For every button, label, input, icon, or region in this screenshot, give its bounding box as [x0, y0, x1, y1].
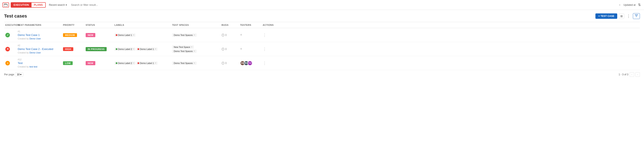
next-page-button[interactable]: › — [635, 72, 640, 77]
bug-icon — [222, 34, 224, 37]
col-bugs: BUGS — [220, 24, 239, 26]
case-id: #1 — [18, 30, 20, 33]
case-name[interactable]: Demo Test Case 2 - Executed — [18, 47, 53, 51]
page-content: Test cases + TEST CASE ⊞ ⋮ EXECUTION TES… — [0, 10, 644, 82]
more-options-button[interactable]: ⋮ — [626, 14, 631, 18]
label-remove-icon[interactable]: × — [133, 62, 134, 64]
bug-count: 0 — [225, 34, 227, 37]
row-actions-button[interactable]: ⋮ — [263, 33, 266, 37]
case-name[interactable]: Test — [18, 61, 23, 65]
per-page-dropdown[interactable]: 10 ▾ — [15, 72, 23, 76]
clear-icon[interactable]: × — [618, 3, 622, 7]
cell-testers: + — [239, 33, 262, 37]
case-creator: Created by Demo User — [18, 51, 41, 54]
cell-execution: II — [4, 61, 16, 65]
cell-actions: ⋮ — [262, 47, 278, 51]
cell-test-spaces: New Test Space × Demo Test Spaces × — [171, 45, 220, 53]
case-creator: Created by test test — [18, 65, 37, 68]
space-chip: Demo Test Spaces × — [172, 61, 196, 65]
recent-search-label: Recent search — [49, 4, 65, 7]
page-header: Test cases + TEST CASE ⊞ ⋮ — [4, 13, 640, 19]
dropdown-arrow-icon: ▾ — [20, 73, 22, 76]
label-remove-icon[interactable]: × — [133, 48, 134, 50]
space-chip: New Test Space × — [172, 45, 194, 49]
space-remove-icon[interactable]: × — [194, 34, 195, 36]
space-name: Demo Test Spaces — [174, 50, 193, 52]
col-test-parameters: TEST PARAMETERS — [16, 24, 62, 26]
cell-bugs: 0 — [220, 34, 239, 37]
case-plan-tabs: EXECUTION PLANS — [11, 2, 46, 8]
label-chip: Demo Label 1 × — [114, 33, 136, 37]
space-remove-icon[interactable]: × — [194, 50, 195, 52]
cell-execution: ✓ — [4, 33, 16, 37]
table-header: EXECUTION TEST PARAMETERS PRIORITY STATU… — [4, 22, 640, 28]
cell-status: IN PROGRESS — [84, 47, 113, 51]
sort-icon[interactable]: ⇅ — [637, 3, 642, 7]
row-actions-button[interactable]: ⋮ — [263, 47, 266, 51]
add-tester-button[interactable]: + — [240, 33, 242, 37]
cell-actions: ⋮ — [262, 33, 278, 37]
label-text: Demo Label 1 — [140, 48, 154, 50]
label-remove-icon[interactable]: × — [155, 62, 156, 64]
add-tester-button[interactable]: + — [240, 47, 242, 51]
table-row: II #12 Test Created by test test LOW NEW… — [4, 56, 640, 70]
cell-priority: MEDIUM — [62, 33, 84, 37]
cell-test-params: #1 Demo Test Case 1 Created by Demo User — [16, 30, 62, 40]
label-text: Demo Label 1 — [140, 62, 154, 64]
space-remove-icon[interactable]: × — [191, 46, 192, 48]
svg-point-12 — [223, 64, 223, 64]
bug-icon — [222, 48, 224, 51]
label-chip: Demo Label 2 × — [114, 47, 136, 51]
page-title: Test cases — [4, 14, 27, 19]
label-text: Demo Label 2 — [118, 62, 132, 64]
view-toggle-button[interactable]: ⊞ — [619, 14, 624, 19]
cell-priority: LOW — [62, 61, 84, 65]
space-chip: Demo Test Spaces × — [172, 50, 196, 53]
cell-status: NEW — [84, 33, 113, 37]
tab-cases[interactable]: EXECUTION — [11, 3, 32, 7]
case-id: #12 — [18, 58, 22, 61]
priority-badge: HIGH — [63, 47, 73, 51]
cell-labels: Demo Label 1 × — [113, 33, 171, 37]
case-id: #2 — [18, 44, 20, 47]
priority-badge: MEDIUM — [63, 33, 77, 37]
table-footer: Per page 10 ▾ 1 - 3 of 3 ‹ › — [4, 70, 640, 79]
priority-badge: LOW — [63, 61, 73, 65]
recent-search-button[interactable]: Recent search ▾ — [47, 3, 68, 7]
test-cases-table: EXECUTION TEST PARAMETERS PRIORITY STATU… — [4, 22, 640, 70]
search-input[interactable] — [70, 3, 616, 7]
tab-plans[interactable]: PLANS — [32, 3, 45, 7]
cell-priority: HIGH — [62, 47, 84, 51]
svg-point-9 — [223, 50, 223, 50]
svg-point-6 — [223, 36, 223, 36]
space-remove-icon[interactable]: × — [194, 62, 195, 64]
avatar: CU — [248, 61, 252, 66]
case-creator: Created by Demo User — [18, 37, 41, 40]
col-priority: PRIORITY — [62, 24, 84, 26]
label-dot-icon — [138, 48, 139, 50]
label-text: Demo Label 1 — [118, 34, 132, 36]
cell-test-params: #12 Test Created by test test — [16, 58, 62, 68]
row-actions-button[interactable]: ⋮ — [263, 61, 266, 65]
cell-test-params: #2 Demo Test Case 2 - Executed Created b… — [16, 44, 62, 54]
space-name: Demo Test Spaces — [174, 62, 193, 64]
col-test-spaces: TEST SPACES — [171, 24, 220, 26]
add-test-case-button[interactable]: + TEST CASE — [596, 14, 617, 19]
status-badge: NEW — [86, 61, 95, 65]
label-dot-icon — [116, 48, 117, 50]
case-name[interactable]: Demo Test Case 1 — [18, 33, 40, 37]
folder-icon-button[interactable] — [2, 3, 9, 8]
cell-test-spaces: Demo Test Spaces × — [171, 61, 220, 65]
label-dot-icon — [138, 62, 139, 64]
label-remove-icon[interactable]: × — [133, 34, 134, 36]
col-testers: TESTERS — [239, 24, 262, 26]
col-actions: ACTIONS — [262, 24, 278, 26]
status-badge: IN PROGRESS — [86, 47, 107, 51]
cell-testers: + — [239, 47, 262, 51]
per-page-select: Per page 10 ▾ — [4, 72, 23, 76]
label-remove-icon[interactable]: × — [155, 48, 156, 50]
cell-bugs: 0 — [220, 62, 239, 65]
tester-avatars: AU BU CU — [240, 61, 252, 66]
prev-page-button[interactable]: ‹ — [630, 72, 634, 77]
filter-button[interactable] — [633, 13, 640, 19]
